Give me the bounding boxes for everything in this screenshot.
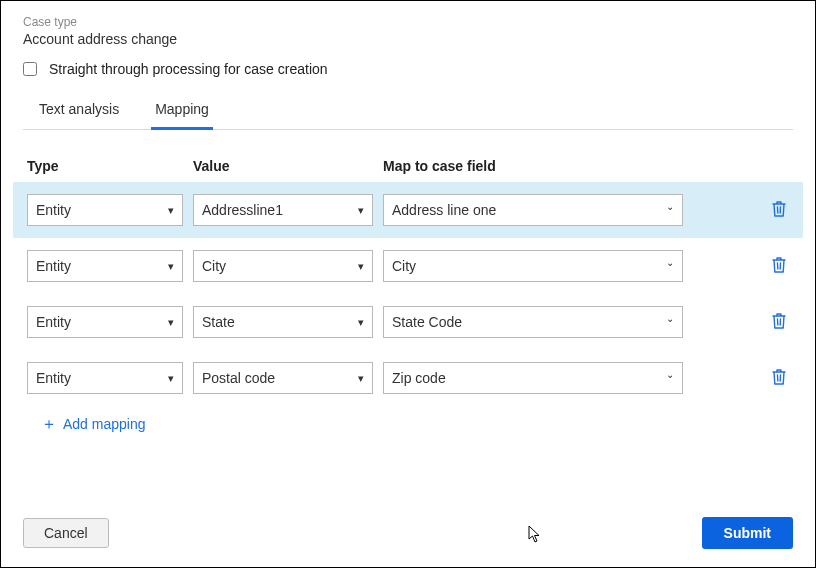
add-mapping-button[interactable]: ＋ Add mapping bbox=[41, 416, 793, 432]
trash-icon bbox=[771, 312, 787, 333]
chevron-down-icon: ▾ bbox=[168, 372, 174, 385]
tab-mapping[interactable]: Mapping bbox=[151, 101, 213, 130]
stp-row: Straight through processing for case cre… bbox=[23, 61, 793, 77]
stp-label: Straight through processing for case cre… bbox=[49, 61, 328, 77]
chevron-down-icon: ▾ bbox=[358, 316, 364, 329]
stp-checkbox[interactable] bbox=[23, 62, 37, 76]
tab-text-analysis[interactable]: Text analysis bbox=[35, 101, 123, 130]
trash-icon bbox=[771, 368, 787, 389]
chevron-down-icon: ⌄ bbox=[666, 369, 674, 380]
chevron-down-icon: ⌄ bbox=[666, 201, 674, 212]
delete-row-button[interactable] bbox=[769, 256, 789, 276]
map-to-combo[interactable]: City⌄ bbox=[383, 250, 683, 282]
column-headers: Type Value Map to case field bbox=[23, 158, 793, 182]
chevron-down-icon: ▾ bbox=[168, 204, 174, 217]
case-type-label: Case type bbox=[23, 15, 793, 29]
chevron-down-icon: ▾ bbox=[358, 204, 364, 217]
chevron-down-icon: ▾ bbox=[168, 316, 174, 329]
case-type-value: Account address change bbox=[23, 31, 793, 47]
delete-row-button[interactable] bbox=[769, 368, 789, 388]
dialog-footer: Cancel Submit bbox=[23, 517, 793, 549]
value-select-value: Addressline1 bbox=[202, 202, 283, 218]
type-select-value: Entity bbox=[36, 202, 71, 218]
map-to-value: State Code bbox=[392, 314, 462, 330]
add-mapping-label: Add mapping bbox=[63, 416, 146, 432]
mapping-table: Type Value Map to case field Entity▾Addr… bbox=[23, 158, 793, 432]
type-select[interactable]: Entity▾ bbox=[27, 306, 183, 338]
map-to-value: Address line one bbox=[392, 202, 496, 218]
chevron-down-icon: ⌄ bbox=[666, 257, 674, 268]
value-select[interactable]: Postal code▾ bbox=[193, 362, 373, 394]
type-select-value: Entity bbox=[36, 370, 71, 386]
map-to-combo[interactable]: Zip code⌄ bbox=[383, 362, 683, 394]
mapping-row: Entity▾Postal code▾Zip code⌄ bbox=[23, 350, 793, 406]
chevron-down-icon: ▾ bbox=[358, 260, 364, 273]
delete-row-button[interactable] bbox=[769, 312, 789, 332]
map-to-value: Zip code bbox=[392, 370, 446, 386]
cancel-button[interactable]: Cancel bbox=[23, 518, 109, 548]
value-select[interactable]: State▾ bbox=[193, 306, 373, 338]
value-select[interactable]: City▾ bbox=[193, 250, 373, 282]
col-header-map: Map to case field bbox=[383, 158, 693, 174]
chevron-down-icon: ⌄ bbox=[666, 313, 674, 324]
value-select[interactable]: Addressline1▾ bbox=[193, 194, 373, 226]
value-select-value: City bbox=[202, 258, 226, 274]
map-to-combo[interactable]: Address line one⌄ bbox=[383, 194, 683, 226]
plus-icon: ＋ bbox=[41, 416, 57, 432]
chevron-down-icon: ▾ bbox=[168, 260, 174, 273]
chevron-down-icon: ▾ bbox=[358, 372, 364, 385]
trash-icon bbox=[771, 200, 787, 221]
map-to-combo[interactable]: State Code⌄ bbox=[383, 306, 683, 338]
col-header-type: Type bbox=[27, 158, 193, 174]
type-select-value: Entity bbox=[36, 258, 71, 274]
type-select[interactable]: Entity▾ bbox=[27, 250, 183, 282]
trash-icon bbox=[771, 256, 787, 277]
config-dialog: Case type Account address change Straigh… bbox=[0, 0, 816, 568]
type-select[interactable]: Entity▾ bbox=[27, 362, 183, 394]
mapping-row: Entity▾Addressline1▾Address line one⌄ bbox=[13, 182, 803, 238]
submit-button[interactable]: Submit bbox=[702, 517, 793, 549]
value-select-value: State bbox=[202, 314, 235, 330]
type-select-value: Entity bbox=[36, 314, 71, 330]
type-select[interactable]: Entity▾ bbox=[27, 194, 183, 226]
col-header-value: Value bbox=[193, 158, 383, 174]
tabs: Text analysis Mapping bbox=[23, 101, 793, 130]
value-select-value: Postal code bbox=[202, 370, 275, 386]
mapping-row: Entity▾City▾City⌄ bbox=[23, 238, 793, 294]
delete-row-button[interactable] bbox=[769, 200, 789, 220]
map-to-value: City bbox=[392, 258, 416, 274]
mapping-row: Entity▾State▾State Code⌄ bbox=[23, 294, 793, 350]
